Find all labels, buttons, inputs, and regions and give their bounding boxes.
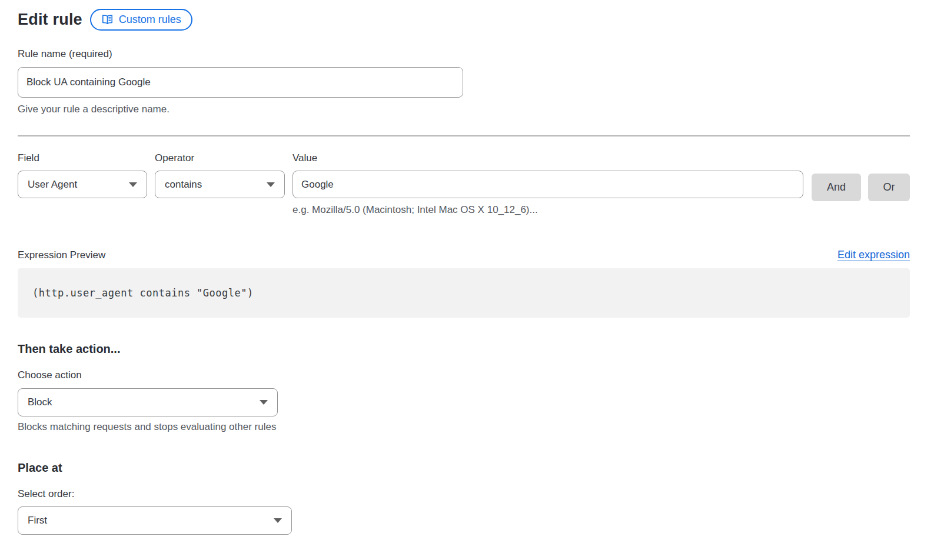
operator-column: Operator contains	[155, 152, 285, 198]
field-label: Field	[18, 152, 147, 164]
action-help: Blocks matching requests and stops evalu…	[18, 421, 910, 433]
chevron-down-icon	[260, 400, 268, 405]
chevron-down-icon	[274, 518, 282, 523]
expression-preview-label: Expression Preview	[18, 249, 105, 261]
expression-preview-code-block: (http.user_agent contains "Google")	[18, 268, 910, 318]
page-title: Edit rule	[18, 11, 82, 29]
operator-select-value: contains	[165, 179, 202, 191]
rule-name-input[interactable]	[18, 67, 463, 98]
rule-name-help: Give your rule a descriptive name.	[18, 104, 910, 115]
then-take-action-heading: Then take action...	[18, 342, 910, 356]
and-button[interactable]: And	[812, 174, 861, 201]
field-select[interactable]: User Agent	[18, 171, 147, 198]
select-order-label: Select order:	[18, 488, 910, 500]
place-at-heading: Place at	[18, 461, 910, 475]
action-select-value: Block	[28, 396, 52, 408]
expression-builder-row: Field User Agent Operator contains Value…	[18, 152, 910, 216]
or-button[interactable]: Or	[868, 174, 910, 201]
edit-expression-link[interactable]: Edit expression	[837, 249, 910, 261]
operator-label: Operator	[155, 152, 285, 164]
page-header: Edit rule Custom rules	[18, 9, 910, 31]
open-book-icon	[101, 14, 114, 26]
choose-action-label: Choose action	[18, 369, 910, 381]
field-column: Field User Agent	[18, 152, 147, 198]
action-select[interactable]: Block	[18, 388, 278, 416]
value-help: e.g. Mozilla/5.0 (Macintosh; Intel Mac O…	[293, 204, 803, 216]
operator-select[interactable]: contains	[155, 171, 285, 198]
edit-rule-page: Edit rule Custom rules Rule name (requir…	[0, 0, 934, 535]
expression-preview-header: Expression Preview Edit expression	[18, 249, 910, 261]
order-select-value: First	[28, 515, 47, 526]
rule-name-label: Rule name (required)	[18, 48, 910, 60]
chevron-down-icon	[129, 182, 137, 187]
section-divider	[18, 135, 910, 136]
order-select[interactable]: First	[18, 506, 292, 535]
field-select-value: User Agent	[28, 179, 77, 191]
custom-rules-button-label: Custom rules	[119, 14, 181, 26]
value-input[interactable]	[293, 171, 803, 198]
custom-rules-button[interactable]: Custom rules	[90, 9, 192, 31]
expression-preview-code: (http.user_agent contains "Google")	[32, 287, 254, 299]
chevron-down-icon	[267, 182, 275, 187]
value-column: Value e.g. Mozilla/5.0 (Macintosh; Intel…	[293, 152, 803, 216]
value-label: Value	[293, 152, 803, 164]
